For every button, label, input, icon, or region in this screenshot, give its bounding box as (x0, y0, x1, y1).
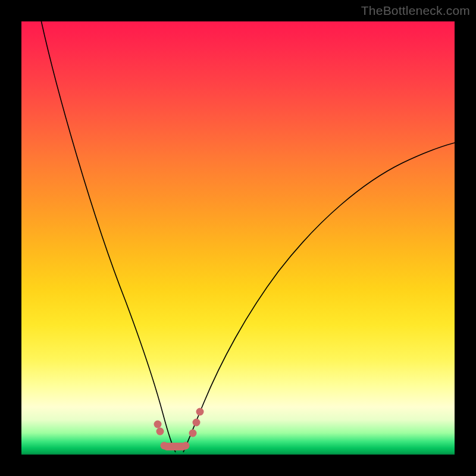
svg-point-5 (189, 430, 197, 437)
svg-point-4 (182, 442, 190, 450)
curve-left (41, 21, 176, 452)
svg-point-7 (196, 408, 204, 416)
curve-layer (21, 21, 455, 455)
chart-frame: TheBottleneck.com (0, 0, 476, 476)
svg-point-0 (154, 421, 162, 428)
svg-point-3 (161, 442, 168, 450)
svg-point-1 (156, 428, 164, 436)
curve-right (183, 142, 455, 452)
svg-point-6 (193, 419, 201, 427)
trough-dots (154, 408, 204, 451)
watermark: TheBottleneck.com (361, 4, 470, 18)
plot-area (21, 21, 455, 455)
